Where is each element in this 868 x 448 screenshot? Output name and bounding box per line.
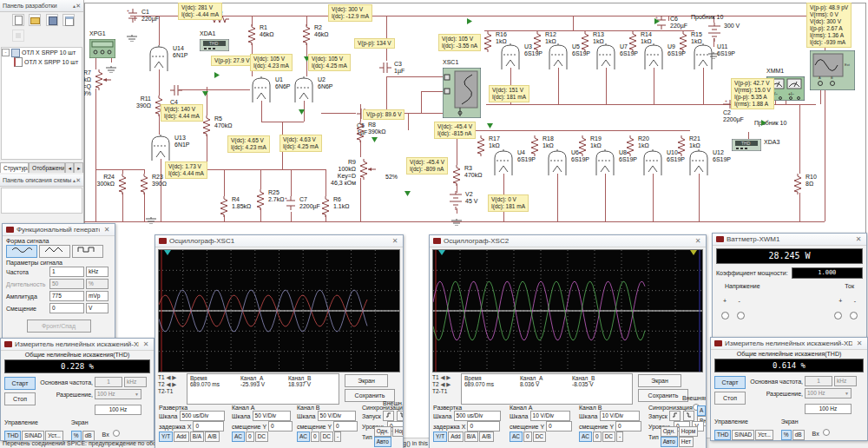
xsc2-reverse-button[interactable]: Экран <box>638 374 681 387</box>
open-file-icon[interactable] <box>29 14 41 26</box>
option-button[interactable]: 0 <box>246 432 254 442</box>
option-button[interactable]: A <box>697 405 706 416</box>
xsc1-chb-scale[interactable]: 50 V/Div <box>318 411 356 421</box>
option-button[interactable]: A/B <box>205 432 219 442</box>
option-button[interactable]: A/B <box>479 432 493 442</box>
option-button[interactable]: DC <box>255 432 268 442</box>
i-plus-terminal[interactable] <box>834 312 842 320</box>
xsc1-cha-ypos[interactable]: 0 <box>268 421 293 432</box>
xwm1-titlebar[interactable]: Ваттметр-XWM1 ✕ <box>713 234 866 246</box>
xda1-stop-button[interactable]: Стоп <box>4 392 36 405</box>
xsc2-timebase-scale[interactable]: 500 us/Div <box>454 411 501 421</box>
tab-display[interactable]: Отображение <box>29 162 65 173</box>
option-button[interactable]: Add <box>448 432 464 442</box>
xsc2-cha-scale[interactable]: 10 V/Div <box>530 411 570 421</box>
xda3-screen-buttons[interactable]: %dB <box>781 425 806 439</box>
xsc1-xpos[interactable]: 0 <box>193 421 224 432</box>
option-button[interactable]: AC <box>297 432 310 442</box>
xda3-res-combo[interactable]: 100 Hz ▼ <box>805 388 852 399</box>
tab-scroll-left-icon[interactable]: ◂ <box>65 162 75 173</box>
xda1-control-buttons[interactable]: THDSINADУст... <box>4 425 64 440</box>
xsc1-trigger-types[interactable]: Одн.НормАвто <box>374 426 404 447</box>
xda1-res-combo[interactable]: 100 Hz ▼ <box>95 389 141 399</box>
xsc2-t2-row[interactable]: T2 ◀ ▶ <box>432 381 458 388</box>
option-button[interactable]: dB <box>792 430 805 440</box>
option-button[interactable]: SINAD <box>732 430 754 440</box>
xsc1-timebase-scale[interactable]: 500 us/Div <box>180 411 225 421</box>
option-button[interactable]: 0 <box>593 432 602 442</box>
option-button[interactable]: Уст... <box>755 430 773 440</box>
xsc1-chb-ypos[interactable]: 0 <box>333 421 358 432</box>
xda3-stop-button[interactable]: Стоп <box>714 392 746 405</box>
save-icon[interactable] <box>46 14 58 26</box>
fgen-titlebar[interactable]: Функциональный генерато... ✕ <box>3 224 115 236</box>
xda3-in-terminal[interactable] <box>823 429 830 436</box>
option-button[interactable]: - <box>334 432 341 442</box>
xsc1-titlebar[interactable]: Осциллограф-XSC1 ✕ <box>155 235 403 247</box>
falling-edge-button[interactable] <box>397 411 404 421</box>
xsc1-screen[interactable] <box>158 249 400 372</box>
xsc1-t1-row[interactable]: T1 ◀ ▶ <box>158 374 184 381</box>
tab-structure[interactable]: Структура <box>0 162 29 173</box>
option-button[interactable]: Норм <box>392 426 404 437</box>
option-button[interactable]: Авто <box>374 437 391 447</box>
falling-edge-button[interactable] <box>683 411 694 421</box>
option-button[interactable]: AC <box>579 432 592 442</box>
xsc2-chb-scale[interactable]: 10 V/Div <box>600 411 640 421</box>
option-button[interactable]: AC <box>232 432 245 442</box>
option-button[interactable]: % <box>71 431 82 441</box>
option-button[interactable]: AC <box>510 432 523 442</box>
option-button[interactable]: Нет <box>679 437 694 447</box>
option-button[interactable]: Уст... <box>45 431 63 441</box>
xda3-control-buttons[interactable]: THDSINADУст... <box>714 425 774 439</box>
option-button[interactable]: dB <box>82 431 95 441</box>
tree-item-root[interactable]: - ОТЛ X SRPP 10 шт <box>2 48 82 57</box>
xsc1-cha-modes[interactable]: AC0DC <box>232 432 269 442</box>
i-minus-terminal[interactable] <box>850 312 858 320</box>
option-button[interactable]: B/A <box>190 432 204 442</box>
option-button[interactable]: B/A <box>464 432 478 442</box>
xda1-in-terminal[interactable] <box>113 430 120 437</box>
offset-input[interactable]: 0 <box>49 303 84 313</box>
option-button[interactable]: 0 <box>311 432 319 442</box>
close-icon[interactable]: ✕ <box>854 235 863 244</box>
xsc2-xpos[interactable]: 0 <box>467 421 500 432</box>
xsc2-save-button[interactable]: Сохранить <box>638 389 688 402</box>
option-button[interactable]: DC <box>320 432 333 442</box>
option-button[interactable]: Add <box>174 432 189 442</box>
option-button[interactable]: Одн. <box>661 426 678 437</box>
close-icon[interactable]: ✕ <box>76 3 81 10</box>
option-button[interactable]: - <box>616 432 623 442</box>
xsc1-reverse-button[interactable]: Экран <box>345 374 388 387</box>
option-button[interactable]: Y/T <box>433 432 447 442</box>
option-button[interactable]: SINAD <box>22 431 44 441</box>
xda1-start-button[interactable]: Старт <box>4 377 36 390</box>
xsc2-cha-modes[interactable]: AC0DC <box>510 432 547 442</box>
delete-icon[interactable] <box>12 30 24 42</box>
xsc2-trigger-types[interactable]: Одн.НормАвтоНет <box>661 426 704 447</box>
option-button[interactable]: Одн. <box>374 426 391 437</box>
option-button[interactable]: Y/T <box>159 432 173 442</box>
close-icon[interactable]: ✕ <box>102 226 111 234</box>
xsc2-screen[interactable] <box>432 249 703 372</box>
tree-item-label[interactable]: ОТЛ X SRPP 10 шт <box>22 49 76 56</box>
expander-icon[interactable]: - <box>2 49 10 56</box>
option-button[interactable]: THD <box>714 430 731 440</box>
xsc1-cha-scale[interactable]: 50 V/Div <box>253 411 291 421</box>
rising-edge-button[interactable] <box>669 411 681 421</box>
option-button[interactable]: THD <box>4 431 21 441</box>
tab-scroll-right-icon[interactable]: ▸ <box>74 162 83 173</box>
window-icon[interactable] <box>62 14 75 26</box>
option-button[interactable]: % <box>781 430 792 440</box>
xda3-titlebar[interactable]: Измеритель нелинейных искажений-XDA3 ✕ <box>711 338 867 350</box>
close-icon[interactable]: ✕ <box>391 237 399 246</box>
xsc2-timebase-modes[interactable]: Y/TAddB/AA/B <box>433 432 495 442</box>
xsc2-cha-ypos[interactable]: 0 <box>546 421 572 432</box>
amplitude-input[interactable]: 775 <box>49 291 84 301</box>
xsc2-titlebar[interactable]: Осциллограф-XSC2 ✕ <box>430 235 706 247</box>
xda1-screen-buttons[interactable]: %dB <box>71 425 95 440</box>
triangle-wave-button[interactable] <box>39 245 70 258</box>
xda3-start-button[interactable]: Старт <box>714 376 746 389</box>
option-button[interactable]: DC <box>602 432 615 442</box>
close-icon[interactable]: ✕ <box>76 177 81 184</box>
